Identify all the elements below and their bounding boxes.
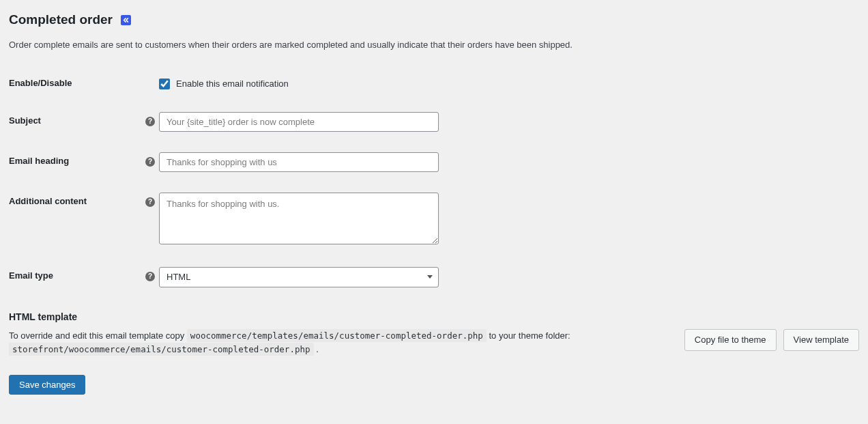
back-icon[interactable] <box>121 15 131 25</box>
help-icon[interactable] <box>145 197 155 207</box>
template-row: To override and edit this email template… <box>9 329 859 358</box>
template-section-heading: HTML template <box>9 311 859 322</box>
additional-content-input[interactable] <box>159 193 439 244</box>
help-icon[interactable] <box>145 157 155 167</box>
help-icon[interactable] <box>145 272 155 281</box>
view-template-button[interactable]: View template <box>783 329 859 351</box>
page-title: Completed order <box>9 7 859 27</box>
help-icon[interactable] <box>145 117 155 126</box>
enable-checkbox-text: Enable this email notification <box>176 79 289 89</box>
settings-form: Enable/Disable Enable this email notific… <box>9 64 859 298</box>
email-type-selected: HTML <box>167 272 190 282</box>
heading-label: Email heading <box>9 142 159 182</box>
email-type-select[interactable]: HTML <box>159 267 439 287</box>
subject-label: Subject <box>9 102 159 142</box>
copy-file-button[interactable]: Copy file to theme <box>684 329 777 351</box>
enable-checkbox[interactable] <box>159 79 170 89</box>
page-description: Order complete emails are sent to custom… <box>9 38 859 52</box>
enable-label: Enable/Disable <box>9 64 159 102</box>
additional-label: Additional content <box>9 182 159 257</box>
heading-input[interactable] <box>159 152 439 172</box>
save-button[interactable]: Save changes <box>9 375 85 395</box>
subject-input[interactable] <box>159 112 439 132</box>
template-source-path: woocommerce/templates/emails/customer-co… <box>187 329 487 342</box>
template-dest-path: storefront/woocommerce/emails/customer-c… <box>9 343 314 356</box>
email-type-label: Email type <box>9 257 159 298</box>
enable-checkbox-wrapper[interactable]: Enable this email notification <box>159 74 289 89</box>
page-title-text: Completed order <box>9 12 113 27</box>
chevron-down-icon <box>427 275 433 279</box>
template-actions: Copy file to theme View template <box>684 329 859 351</box>
template-override-text: To override and edit this email template… <box>9 329 664 358</box>
